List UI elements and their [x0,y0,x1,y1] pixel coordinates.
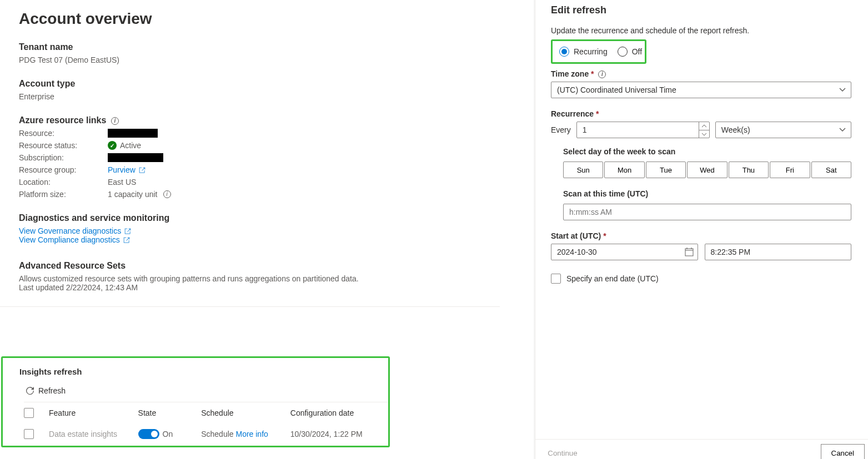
recurrence-mode-radiogroup: Recurring Off [551,39,646,64]
resource-group-label: Resource group: [19,165,108,174]
recurring-radio[interactable]: Recurring [559,47,608,57]
azure-resource-links-heading: Azure resource links [19,115,500,125]
platform-size-value: 1 capacity unit [108,190,158,199]
insights-refresh-section: Insights refresh Refresh Feature State S… [1,356,390,447]
table-row: Data estate insights On Schedule More in… [24,423,388,445]
stepper-down[interactable] [699,130,710,138]
timezone-label: Time zone * [551,69,851,78]
radio-dot-icon [618,47,628,57]
row-state: On [163,430,173,438]
table-header: Feature State Schedule Configuration dat… [24,402,388,423]
row-checkbox[interactable] [24,429,34,439]
continue-button[interactable]: Continue [539,444,586,459]
check-circle-icon [108,141,117,150]
resource-label: Resource: [19,129,108,138]
day-sat-button[interactable]: Sat [811,162,851,178]
info-icon[interactable] [111,117,119,125]
view-governance-diagnostics-link[interactable]: View Governance diagnostics [19,226,131,235]
start-time-input[interactable] [705,244,852,260]
off-radio[interactable]: Off [618,47,642,57]
view-compliance-diagnostics-link[interactable]: View Compliance diagnostics [19,235,130,244]
recurrence-label: Recurrence * [551,109,851,118]
column-state: State [138,408,202,417]
insights-refresh-heading: Insights refresh [19,367,388,376]
external-link-icon [124,228,131,235]
account-type-value: Enterprise [19,92,500,101]
day-fri-button[interactable]: Fri [770,162,810,178]
refresh-icon [26,387,34,395]
column-config-date: Configuration date [290,408,388,417]
chevron-down-icon [702,133,706,136]
account-type-label: Account type [19,79,500,89]
refresh-button[interactable]: Refresh [26,386,388,395]
state-toggle[interactable] [138,429,159,439]
resource-status-value: Active [120,141,141,150]
redacted-text [108,129,158,138]
external-link-icon [139,167,145,174]
day-mon-button[interactable]: Mon [604,162,644,178]
advanced-resource-sets-desc: Allows customized resource sets with gro… [19,274,500,283]
start-date-input[interactable] [551,244,698,260]
tenant-name-value: PDG Test 07 (Demo EastUS) [19,56,500,64]
diagnostics-heading: Diagnostics and service monitoring [19,213,500,223]
day-tue-button[interactable]: Tue [646,162,686,178]
panel-title: Edit refresh [551,4,851,16]
cancel-button[interactable]: Cancel [821,444,865,459]
column-schedule: Schedule [201,408,290,417]
external-link-icon [123,237,130,244]
chevron-up-icon [702,124,706,128]
row-feature: Data estate insights [49,430,138,438]
tenant-name-label: Tenant name [19,42,500,52]
row-config-date: 10/30/2024, 1:22 PM [290,430,388,438]
info-icon[interactable] [598,70,606,78]
subscription-label: Subscription: [19,153,108,162]
specify-end-date-checkbox[interactable] [551,274,561,284]
day-thu-button[interactable]: Thu [729,162,769,178]
column-feature: Feature [49,408,138,417]
every-label: Every [551,125,571,134]
row-schedule-text: Schedule [201,430,235,438]
recurrence-interval-input[interactable] [576,122,710,138]
platform-size-label: Platform size: [19,190,108,199]
more-info-link[interactable]: More info [235,430,268,438]
recurrence-unit-select[interactable]: Week(s) [715,122,851,138]
advanced-resource-sets-updated: Last updated 2/22/2024, 12:43 AM [19,283,500,292]
day-wed-button[interactable]: Wed [687,162,727,178]
advanced-resource-sets-heading: Advanced Resource Sets [19,261,500,271]
redacted-text [108,153,163,162]
page-title: Account overview [19,10,500,28]
timezone-select[interactable]: (UTC) Coordinated Universal Time [551,82,851,98]
edit-refresh-panel: Edit refresh Update the recurrence and s… [535,0,868,459]
radio-dot-icon [559,47,569,57]
info-icon[interactable] [163,190,171,198]
specify-end-date-label: Specify an end date (UTC) [566,274,659,283]
select-day-label: Select day of the week to scan [563,147,851,156]
resource-status-label: Resource status: [19,141,108,150]
location-value: East US [108,178,136,186]
divider [0,306,500,307]
start-at-label: Start at (UTC) * [551,231,851,240]
stepper-up[interactable] [699,122,710,130]
scan-time-label: Scan at this time (UTC) [563,189,851,198]
day-sun-button[interactable]: Sun [563,162,603,178]
panel-description: Update the recurrence and schedule of th… [551,26,851,35]
select-all-checkbox[interactable] [24,408,34,418]
location-label: Location: [19,178,108,186]
scan-time-input[interactable] [563,204,851,220]
resource-group-link[interactable]: Purview [108,165,145,174]
